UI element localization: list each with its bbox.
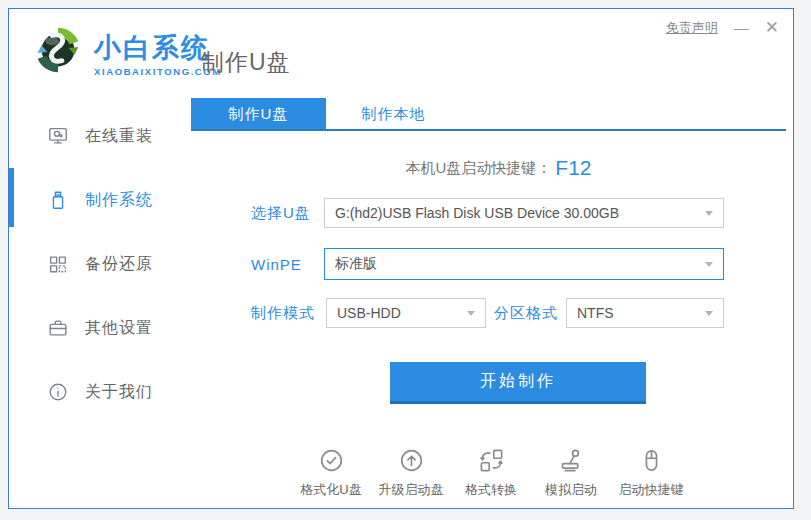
boot-hotkey-hint: 本机U盘启动快捷键： F12 [201, 151, 796, 185]
tab-make-local[interactable]: 制作本地 [326, 98, 461, 129]
page-title: 制作U盘 [201, 47, 291, 78]
sidebar-item-other-settings[interactable]: 其他设置 [9, 296, 191, 360]
start-button[interactable]: 开始制作 [390, 362, 646, 404]
sidebar-item-backup-restore[interactable]: 备份还原 [9, 232, 191, 296]
tool-format-usb[interactable]: 格式化U盘 [291, 447, 371, 499]
mode-select[interactable]: USB-HDD [326, 298, 486, 328]
tool-format-convert[interactable]: 格式转换 [451, 447, 531, 499]
winpe-select-label: WinPE [251, 248, 302, 280]
close-button[interactable]: ✕ [765, 19, 779, 37]
active-item-indicator [9, 168, 14, 227]
mode-select-value: USB-HDD [337, 305, 401, 321]
arrow-up-circle-icon [398, 447, 425, 474]
convert-icon [478, 447, 505, 474]
briefcase-icon [47, 317, 69, 339]
info-circle-icon [47, 381, 69, 403]
minimize-button[interactable]: — [734, 19, 749, 37]
tool-simulate-boot[interactable]: 模拟启动 [531, 447, 611, 499]
partition-select[interactable]: NTFS [566, 298, 724, 328]
usb-select-label: 选择U盘 [251, 198, 311, 228]
tool-boot-hotkeys[interactable]: 启动快捷键 [611, 447, 691, 499]
tab-make-usb[interactable]: 制作U盘 [191, 98, 326, 129]
check-circle-icon [318, 447, 345, 474]
usb-select[interactable]: G:(hd2)USB Flash Disk USB Device 30.00GB [324, 198, 724, 228]
tool-label: 启动快捷键 [619, 481, 684, 499]
sidebar-item-label: 其他设置 [85, 318, 153, 339]
app-window: 免责声明 — ✕ 小白系统 XIAOBAIXITONG.COM 制作U盘 [8, 8, 794, 509]
partition-select-value: NTFS [577, 305, 614, 321]
hotkey-hint-text: 本机U盘启动快捷键： [405, 159, 551, 178]
chevron-down-icon [705, 262, 713, 267]
winpe-select[interactable]: 标准版 [324, 248, 724, 280]
winpe-select-value: 标准版 [335, 255, 377, 273]
sidebar-item-label: 在线重装 [85, 126, 153, 147]
chevron-down-icon [705, 211, 713, 216]
tool-label: 格式转换 [465, 481, 517, 499]
sidebar-item-online-reinstall[interactable]: 在线重装 [9, 104, 191, 168]
sidebar-item-make-system[interactable]: 制作系统 [9, 168, 191, 232]
backup-grid-icon [47, 253, 69, 275]
monitor-icon [47, 125, 69, 147]
chevron-down-icon [467, 311, 475, 316]
disclaimer-link[interactable]: 免责声明 [666, 19, 718, 37]
tool-label: 模拟启动 [545, 481, 597, 499]
tab-bar: 制作U盘 制作本地 [191, 98, 461, 129]
tool-upgrade-boot-disk[interactable]: 升级启动盘 [371, 447, 451, 499]
sidebar-item-label: 关于我们 [85, 382, 153, 403]
hotkey-key: F12 [555, 156, 591, 180]
titlebar-controls: 免责声明 — ✕ [666, 19, 779, 37]
usb-drive-icon [47, 189, 69, 211]
joystick-icon [558, 447, 585, 474]
tool-label: 格式化U盘 [300, 481, 361, 499]
tab-underline [191, 129, 786, 131]
sidebar-item-about-us[interactable]: 关于我们 [9, 360, 191, 424]
mouse-icon [638, 447, 665, 474]
sidebar-item-label: 制作系统 [85, 190, 153, 211]
usb-select-value: G:(hd2)USB Flash Disk USB Device 30.00GB [335, 205, 619, 221]
chevron-down-icon [705, 311, 713, 316]
tool-label: 升级启动盘 [379, 481, 444, 499]
partition-select-label: 分区格式 [494, 298, 558, 328]
brand-logo-icon [29, 21, 87, 79]
sidebar-item-label: 备份还原 [85, 254, 153, 275]
mode-select-label: 制作模式 [251, 298, 315, 328]
sidebar: 在线重装 制作系统 备份还原 [9, 104, 191, 424]
footer-toolbar: 格式化U盘 升级启动盘 格式转换 [291, 447, 691, 499]
